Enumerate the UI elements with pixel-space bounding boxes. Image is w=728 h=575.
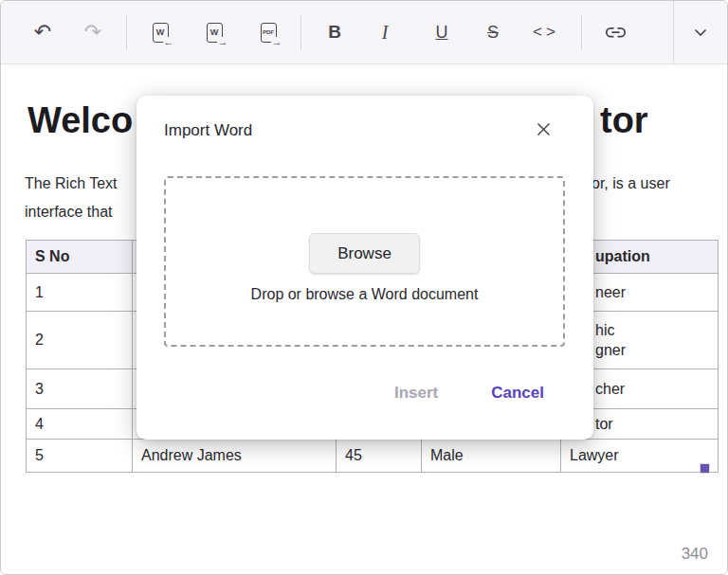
chevron-down-icon xyxy=(694,28,707,37)
import-arrow-icon: ← xyxy=(163,37,174,47)
cancel-button[interactable]: Cancel xyxy=(491,384,544,403)
table-cell[interactable]: Lawyer xyxy=(561,440,719,473)
table-row: 5 Andrew James 45 Male Lawyer xyxy=(27,440,719,473)
table-cell[interactable]: 4 xyxy=(27,409,133,440)
toolbar-separator xyxy=(126,14,127,50)
undo-icon: ↶ xyxy=(34,22,51,43)
underline-button[interactable]: U xyxy=(423,13,461,51)
underline-icon: U xyxy=(436,23,448,43)
paragraph-fragment-left[interactable]: The Rich Text interface that xyxy=(25,170,118,226)
close-icon xyxy=(537,122,551,136)
toolbar-separator xyxy=(300,14,301,50)
drop-zone-hint: Drop or browse a Word document xyxy=(251,286,479,303)
paragraph-fragment-right[interactable]: or, is a user xyxy=(592,170,670,198)
table-cell[interactable]: Andrew James xyxy=(133,440,337,473)
redo-button[interactable]: ↷ xyxy=(74,13,112,51)
source-code-button[interactable]: <> xyxy=(527,13,565,51)
export-word-button[interactable]: W → xyxy=(195,13,233,51)
toolbar-separator xyxy=(581,14,582,50)
table-cell[interactable]: 2 xyxy=(27,312,133,369)
dialog-footer: Insert Cancel xyxy=(394,384,544,403)
table-header-cell-sno[interactable]: S No xyxy=(27,241,133,274)
bold-icon: B xyxy=(328,22,341,43)
dialog-title: Import Word xyxy=(164,121,252,140)
browse-button[interactable]: Browse xyxy=(309,233,420,274)
dialog-close-button[interactable] xyxy=(527,113,559,145)
italic-button[interactable]: I xyxy=(366,13,404,51)
export-arrow-icon: → xyxy=(271,37,282,47)
code-view-icon: <> xyxy=(533,23,559,42)
export-word-icon: W → xyxy=(207,23,223,43)
import-word-icon: W ← xyxy=(153,23,169,43)
table-resize-handle[interactable] xyxy=(700,463,710,474)
document-heading-fragment-left[interactable]: Welco xyxy=(27,99,133,141)
export-pdf-icon: PDF → xyxy=(261,23,277,43)
undo-button[interactable]: ↶ xyxy=(24,13,62,51)
table-cell[interactable]: 5 xyxy=(27,440,133,473)
strikethrough-icon: S xyxy=(487,23,499,43)
bold-button[interactable]: B xyxy=(316,13,354,51)
table-cell[interactable]: 45 xyxy=(337,440,422,473)
import-word-button[interactable]: W ← xyxy=(141,13,179,51)
table-cell[interactable]: 1 xyxy=(27,274,133,312)
insert-link-button[interactable] xyxy=(596,13,634,51)
insert-button[interactable]: Insert xyxy=(394,384,438,403)
character-count: 340 xyxy=(682,545,708,564)
export-pdf-button[interactable]: PDF → xyxy=(249,13,287,51)
italic-icon: I xyxy=(382,22,389,44)
strikethrough-button[interactable]: S xyxy=(474,13,512,51)
expand-toolbar-button[interactable] xyxy=(673,1,727,63)
import-word-dialog: Import Word Browse Drop or browse a Word… xyxy=(136,96,593,440)
export-arrow-icon: → xyxy=(217,37,228,47)
table-cell[interactable]: Male xyxy=(422,440,561,473)
rich-text-editor: ↶ ↷ W ← W → PDF → B xyxy=(0,0,728,575)
redo-icon: ↷ xyxy=(84,22,101,43)
table-cell[interactable]: 3 xyxy=(27,369,133,409)
toolbar: ↶ ↷ W ← W → PDF → B xyxy=(1,1,727,64)
document-heading-fragment-right[interactable]: tor xyxy=(600,99,648,141)
word-drop-zone[interactable]: Browse Drop or browse a Word document xyxy=(164,176,565,347)
link-icon xyxy=(605,27,627,39)
